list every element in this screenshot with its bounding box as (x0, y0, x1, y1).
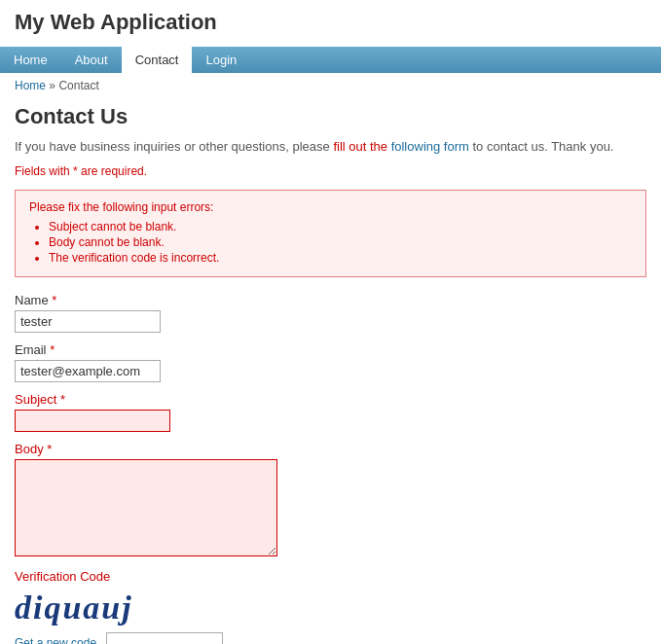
new-code-link[interactable]: Get a new code (15, 636, 96, 644)
navbar: Home About Contact Login (0, 47, 661, 73)
email-input[interactable] (15, 360, 161, 382)
contact-form: Name * Email * Subject * Body * (15, 293, 646, 645)
app-title: My Web Application (15, 10, 646, 35)
page-heading: Contact Us (15, 104, 646, 129)
error-box: Please fix the following input errors: S… (15, 190, 646, 277)
captcha-image: diquauj (15, 590, 133, 626)
subject-input[interactable] (15, 410, 170, 432)
desc-fill: fill out the (333, 139, 390, 154)
main-content: Contact Us If you have business inquirie… (0, 98, 661, 644)
desc-link: following form (391, 139, 469, 154)
subject-group: Subject * (15, 392, 646, 432)
name-group: Name * (15, 293, 646, 333)
nav-home[interactable]: Home (0, 47, 61, 73)
error-item-2: Body cannot be blank. (49, 235, 632, 249)
body-textarea[interactable] (15, 459, 277, 556)
error-title: Please fix the following input errors: (29, 200, 632, 214)
body-group: Body * (15, 442, 646, 559)
verification-section: Verification Code diquauj Get a new code… (15, 569, 646, 645)
email-label: Email * (15, 342, 646, 357)
nav-about[interactable]: About (61, 47, 122, 73)
required-note-text2: are required. (78, 164, 147, 178)
nav-login[interactable]: Login (192, 47, 250, 73)
name-label: Name * (15, 293, 646, 307)
email-group: Email * (15, 342, 646, 382)
required-note: Fields with * are required. (15, 164, 646, 178)
error-item-1: Subject cannot be blank. (49, 220, 632, 233)
verification-label: Verification Code (15, 569, 646, 584)
breadcrumb-separator: » (49, 79, 58, 92)
captcha-input[interactable] (106, 632, 223, 645)
required-note-text1: Fields with (15, 164, 73, 178)
breadcrumb-current: Contact (58, 79, 98, 92)
breadcrumb-home-link[interactable]: Home (15, 79, 46, 92)
captcha-row: Get a new code (15, 632, 646, 645)
nav-contact[interactable]: Contact (122, 47, 193, 73)
name-input[interactable] (15, 310, 161, 333)
error-list: Subject cannot be blank. Body cannot be … (29, 220, 632, 265)
breadcrumb: Home » Contact (0, 73, 661, 98)
error-item-3: The verification code is incorrect. (49, 251, 632, 265)
header: My Web Application (0, 0, 661, 47)
subject-label: Subject * (15, 392, 646, 407)
page-description: If you have business inquiries or other … (15, 137, 646, 157)
desc-text-2: to contact us. Thank you. (469, 139, 614, 154)
desc-text-1: If you have business inquiries or other … (15, 139, 333, 154)
body-label: Body * (15, 442, 646, 456)
